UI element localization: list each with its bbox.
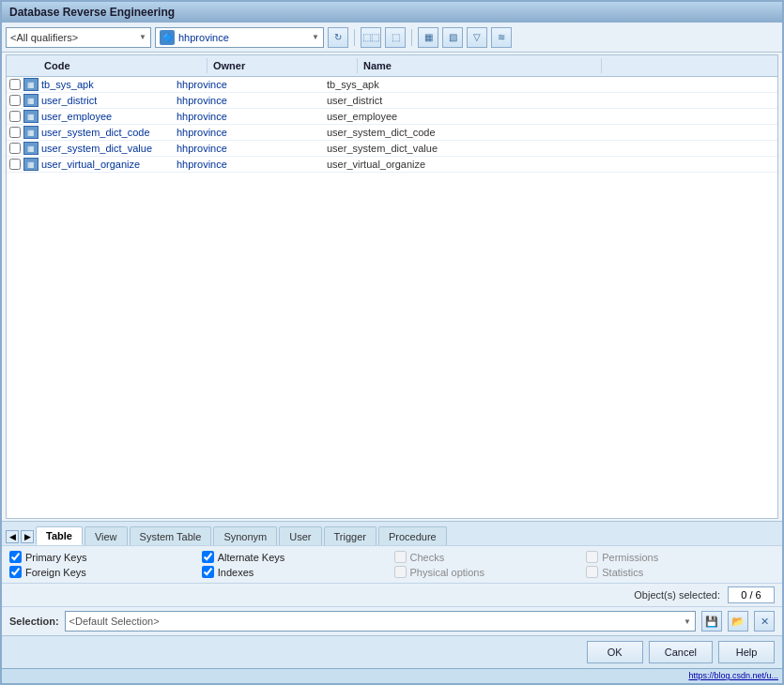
action-buttons: OK Cancel Help [2, 635, 782, 668]
option-checkbox-indexes[interactable] [202, 566, 214, 578]
url-bar: https://blog.csdn.net/u... [2, 668, 782, 683]
row-checkbox[interactable] [7, 159, 23, 170]
tabs-area: ◀ ▶ TableViewSystem TableSynonymUserTrig… [2, 521, 782, 545]
table-icon: ▦ [23, 110, 38, 123]
col-header-name: Name [358, 58, 602, 73]
table-row[interactable]: ▦ user_system_dict_code hhprovince user_… [7, 125, 777, 141]
option-checkbox-foreign-keys[interactable] [9, 566, 22, 578]
ok-button[interactable]: OK [587, 641, 643, 663]
copy-button[interactable]: ⬚⬚ [361, 27, 381, 48]
option-primary-keys[interactable]: Primary Keys [9, 551, 198, 563]
tab-system-table[interactable]: System Table [130, 526, 212, 545]
row-owner: hhprovince [173, 159, 323, 170]
tab-nav-right[interactable]: ▶ [21, 530, 34, 543]
selection-arrow: ▼ [684, 617, 691, 626]
option-alternate-keys[interactable]: Alternate Keys [202, 551, 391, 563]
option-indexes[interactable]: Indexes [202, 566, 391, 578]
row-checkbox[interactable] [7, 127, 23, 138]
option-label: Permissions [602, 552, 658, 563]
tab-table[interactable]: Table [36, 526, 83, 545]
qualifier-text: <All qualifiers> [10, 32, 78, 43]
row-owner: hhprovince [173, 79, 323, 90]
selection-close-button[interactable]: ✕ [754, 611, 775, 632]
table-body: ▦ tb_sys_apk hhprovince tb_sys_apk ▦ use… [7, 77, 777, 518]
table-row[interactable]: ▦ user_virtual_organize hhprovince user_… [7, 157, 777, 173]
selection-load-button[interactable]: 📂 [728, 611, 748, 632]
option-statistics[interactable]: Statistics [586, 566, 775, 578]
option-checkbox-statistics [586, 566, 598, 578]
help-button[interactable]: Help [718, 641, 775, 663]
row-name: user_system_dict_code [323, 127, 567, 138]
row-owner: hhprovince [173, 111, 323, 122]
refresh-button[interactable]: ↻ [328, 27, 348, 48]
row-checkbox[interactable] [7, 79, 23, 90]
filter-button[interactable]: ▽ [467, 27, 487, 48]
row-code: user_employee [41, 111, 173, 122]
row-checkbox[interactable] [7, 95, 23, 106]
col-header-owner: Owner [208, 58, 358, 73]
schema-dropdown[interactable]: 🔷 hhprovince ▼ [155, 27, 324, 48]
table-icon: ▦ [23, 78, 38, 91]
row-code: user_system_dict_value [41, 143, 173, 154]
option-checks[interactable]: Checks [394, 551, 583, 563]
table-icon: ▦ [23, 126, 38, 139]
option-label: Indexes [218, 567, 254, 578]
row-name: user_employee [323, 111, 567, 122]
option-label: Primary Keys [25, 552, 86, 563]
col-header-code: Code [38, 58, 208, 73]
table-icon: ▦ [23, 94, 38, 107]
separator-1 [354, 29, 355, 46]
paste-button[interactable]: ⬚ [385, 27, 406, 48]
deselect-button[interactable]: ▧ [442, 27, 463, 48]
selection-dropdown[interactable]: <Default Selection> ▼ [65, 611, 696, 632]
customize-button[interactable]: ≋ [491, 27, 512, 48]
row-owner: hhprovince [173, 143, 323, 154]
select-all-button[interactable]: ▦ [418, 27, 438, 48]
tab-nav-left[interactable]: ◀ [6, 530, 19, 543]
table-row[interactable]: ▦ user_system_dict_value hhprovince user… [7, 141, 777, 157]
tab-view[interactable]: View [85, 526, 128, 545]
row-code: user_system_dict_code [41, 127, 173, 138]
table-row[interactable]: ▦ user_employee hhprovince user_employee [7, 109, 777, 125]
row-code: user_virtual_organize [41, 159, 173, 170]
objects-label: Object(s) selected: [634, 589, 720, 601]
option-permissions[interactable]: Permissions [586, 551, 775, 563]
table-row[interactable]: ▦ user_district hhprovince user_district [7, 93, 777, 109]
options-area: Primary Keys Alternate Keys Checks Permi… [2, 545, 782, 583]
schema-name: hhprovince [178, 32, 229, 43]
schema-icon: 🔷 [160, 30, 175, 45]
title-bar: Database Reverse Engineering [2, 2, 782, 23]
selection-value: <Default Selection> [69, 616, 160, 627]
status-bar: Object(s) selected: 0 / 6 [2, 583, 782, 606]
cancel-button[interactable]: Cancel [649, 641, 713, 663]
option-checkbox-alternate-keys[interactable] [202, 551, 214, 563]
row-checkbox[interactable] [7, 111, 23, 122]
row-code: tb_sys_apk [41, 79, 173, 90]
option-physical-options[interactable]: Physical options [394, 566, 583, 578]
option-checkbox-physical-options [394, 566, 407, 578]
tab-procedure[interactable]: Procedure [378, 526, 447, 545]
row-name: user_district [323, 95, 567, 106]
toolbar: <All qualifiers> ▼ 🔷 hhprovince ▼ ↻ ⬚⬚ ⬚… [2, 23, 782, 53]
table-icon: ▦ [23, 158, 38, 171]
option-label: Physical options [410, 567, 485, 578]
main-window: Database Reverse Engineering <All qualif… [0, 0, 784, 685]
table-row[interactable]: ▦ tb_sys_apk hhprovince tb_sys_apk [7, 77, 777, 93]
tab-trigger[interactable]: Trigger [324, 526, 377, 545]
window-title: Database Reverse Engineering [9, 6, 175, 19]
option-label: Foreign Keys [25, 567, 86, 578]
schema-arrow: ▼ [312, 33, 319, 41]
selection-save-button[interactable]: 💾 [701, 611, 722, 632]
table-icon: ▦ [23, 142, 38, 155]
option-checkbox-primary-keys[interactable] [9, 551, 22, 563]
tab-synonym[interactable]: Synonym [213, 526, 277, 545]
row-checkbox[interactable] [7, 143, 23, 154]
option-label: Alternate Keys [218, 552, 285, 563]
qualifier-arrow: ▼ [139, 33, 146, 41]
qualifier-dropdown[interactable]: <All qualifiers> ▼ [6, 27, 151, 48]
option-foreign-keys[interactable]: Foreign Keys [9, 566, 198, 578]
tab-user[interactable]: User [279, 526, 321, 545]
option-checkbox-permissions [586, 551, 598, 563]
content-area: Code Owner Name ▦ tb_sys_apk hhprovince … [6, 54, 778, 519]
row-name: tb_sys_apk [323, 79, 567, 90]
